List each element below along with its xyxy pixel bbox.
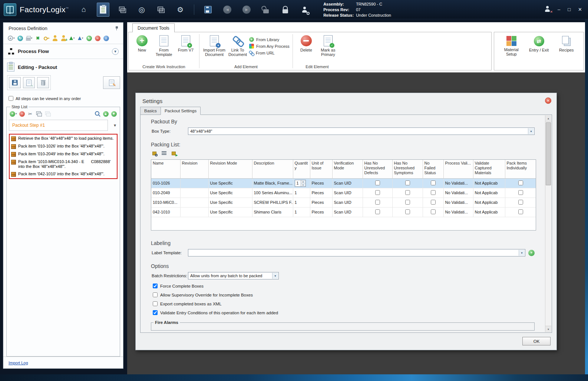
from-any-process-button[interactable]: From Any Process [249,44,290,49]
supervisory-override-option[interactable]: Allow Supervisory Override for Incomplet… [153,292,535,297]
save-step-button[interactable] [9,77,21,88]
import-log-link[interactable]: Import Log [9,361,28,365]
mark-as-primary-button[interactable]: ✓Mark as Primary [318,34,338,57]
import-from-document-button[interactable]: ▼Import From Document [202,34,226,57]
column-header[interactable]: Validate Captured Materials [473,160,505,178]
column-header[interactable]: Revision [180,160,208,178]
collapse-icon[interactable]: ▾ [112,48,119,55]
material-setup-button[interactable]: Material Setup [501,35,522,70]
recipes-button[interactable]: Recipes [556,35,577,70]
step-expand-icon[interactable]: ▾ [114,123,118,128]
pack-individually-checkbox[interactable] [518,180,523,185]
tab-packout-settings[interactable]: Packout Settings [161,107,201,115]
column-header[interactable]: Verification Mode [332,160,363,178]
add-step-icon[interactable]: +▾ [10,110,17,117]
no-failed-checkbox[interactable] [431,209,436,214]
paste-step-icon[interactable] [44,110,51,117]
scroll-up-icon[interactable]: ▲ [545,115,551,122]
column-header[interactable]: No Failed Status [423,160,443,178]
column-header[interactable]: Pack Items Individually [505,160,536,178]
cut-step-icon[interactable]: ✂ [27,110,33,117]
info-icon[interactable]: i [103,35,109,42]
force-complete-boxes-option[interactable]: Force Complete Boxes [153,284,535,288]
settings-gear-icon[interactable]: ⚙ [174,3,186,17]
validate-entry-conditions-option[interactable]: Validate Entry Conditions of this operat… [153,310,535,315]
pack-individually-checkbox[interactable] [518,190,523,195]
process-flow-header[interactable]: Process Flow ▾ [3,44,123,59]
spin-up-icon[interactable]: ▲ [301,180,305,183]
delete-step-button[interactable] [37,77,49,88]
column-header[interactable]: Quantity [293,160,310,178]
dialog-scrollbar[interactable]: ▲ ▼ [545,115,551,332]
save-icon[interactable] [202,3,214,17]
column-header[interactable]: Has No Unresolved Symptoms [392,160,423,178]
user-audit-icon[interactable] [298,3,311,17]
export-xml-option[interactable]: Export completed boxes as XML [153,301,535,306]
lock-icon[interactable] [279,3,291,17]
new-button[interactable]: +New [132,34,152,52]
move-up-icon[interactable]: ▲ [103,110,109,117]
packing-row[interactable]: 1010-M6C0... Use Specific SCREW PHILLIPS… [151,198,536,207]
from-library-button[interactable]: +From Library [249,37,290,42]
spin-down-icon[interactable]: ▼ [301,183,305,186]
column-header[interactable]: Process Vali... [443,160,473,178]
move-down-icon[interactable]: ▼ [111,110,117,117]
home-icon[interactable]: ⌂ [77,3,90,17]
export-xml-checkbox[interactable] [153,301,158,306]
column-header[interactable]: Name [151,160,180,178]
label-template-select[interactable]: ▼ [188,249,525,256]
copy-step-icon[interactable] [36,110,42,117]
from-template-button[interactable]: From Template [153,34,174,57]
expand-tree-icon[interactable]: ✖ [35,35,41,42]
link-to-document-button[interactable]: Link To Document [227,34,248,57]
step-instruction[interactable]: Pack item '010-2049' into the Box '48"x4… [11,152,115,157]
no-symptoms-checkbox[interactable] [405,190,410,195]
scroll-thumb[interactable] [546,122,551,185]
view-order-checkbox[interactable] [9,96,13,101]
process-tree-icon[interactable]: ▾ [69,35,75,42]
add-dropdown-icon[interactable]: +▾ [8,35,15,42]
step-instruction[interactable]: Pack item '042-1010' into the Box '48"x4… [11,172,115,177]
maximize-button[interactable]: □ [568,7,571,12]
no-defects-checkbox[interactable] [375,209,380,214]
column-header[interactable]: Description [252,160,293,178]
edit-work-instruction-button[interactable] [103,76,120,89]
no-symptoms-checkbox[interactable] [405,200,410,205]
stop-icon[interactable]: − [95,35,100,42]
add-label-template-icon[interactable]: + [528,250,535,256]
from-url-button[interactable]: From URL [249,50,290,56]
key-icon[interactable] [43,35,49,42]
pack-individually-checkbox[interactable] [518,200,523,205]
packing-row[interactable]: 042-1010 Use Specific Shimano Claris 1 P… [151,207,536,217]
column-header[interactable]: Unit of Issue [310,160,332,178]
tab-basics[interactable]: Basics [140,107,161,115]
step-instruction[interactable]: Pack item '1010-M6C010-14-340 - E C08828… [11,159,115,169]
unlock-icon[interactable] [260,3,272,17]
packing-row[interactable]: 010-1026 Use Specific Matte Black, Frame… [151,178,536,188]
print-icon[interactable]: ▾ [26,35,33,42]
no-failed-checkbox[interactable] [431,200,436,205]
operator-icon[interactable] [52,35,58,42]
selected-step-name[interactable]: Packout Step #1 [9,120,108,131]
tab-document-tools[interactable]: Document Tools [132,23,175,32]
publish-icon[interactable]: ↻ [17,35,23,42]
remove-step-icon[interactable]: − [19,110,25,117]
add-box-icon[interactable]: ▸ [170,150,177,157]
packing-row[interactable]: 010-2049 Use Specific 100 Series Aluminu… [151,188,536,198]
step-instruction[interactable]: Pack item '010-1026' into the Box '48"x4… [11,144,115,149]
box-type-select[interactable]: 48"x48"x48"▼ [188,127,535,135]
from-v7-button[interactable]: ▼From V7 [175,34,196,52]
delete-element-button[interactable]: Delete [296,34,317,52]
entry-exit-button[interactable]: ⇄Entry / Exit [529,35,549,70]
routing-tree-icon[interactable]: ▾ [77,35,83,42]
undo-icon[interactable]: ◀ [221,3,234,17]
no-defects-checkbox[interactable] [375,190,380,195]
ok-button[interactable]: OK [522,337,551,345]
find-step-icon[interactable] [95,110,100,117]
no-failed-checkbox[interactable] [431,180,436,185]
close-button[interactable]: ✕ [578,7,582,12]
import-step-button[interactable] [23,77,35,88]
production-icon[interactable] [116,3,129,17]
scroll-down-icon[interactable]: ▼ [545,326,551,332]
no-symptoms-checkbox[interactable] [405,180,410,185]
